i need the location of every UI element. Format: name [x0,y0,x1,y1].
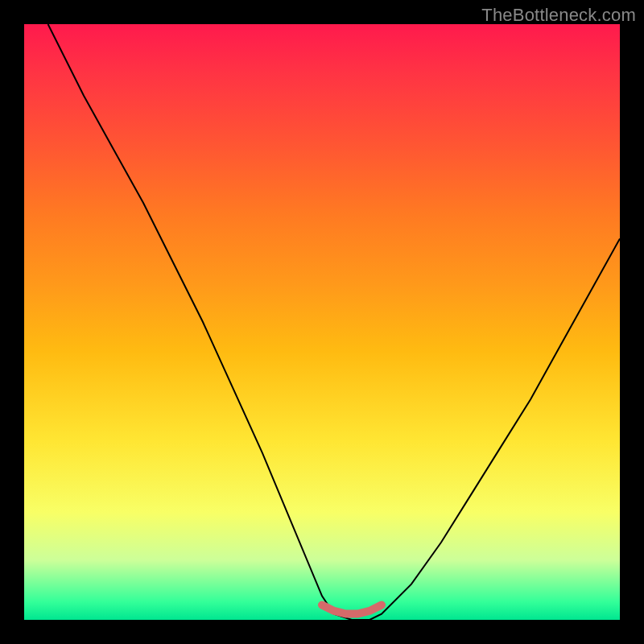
trough-highlight [322,605,382,614]
watermark-text: TheBottleneck.com [481,5,636,26]
chart-frame: TheBottleneck.com [0,0,644,644]
bottleneck-curve [48,24,620,620]
plot-area [24,24,620,620]
curve-svg [24,24,620,620]
